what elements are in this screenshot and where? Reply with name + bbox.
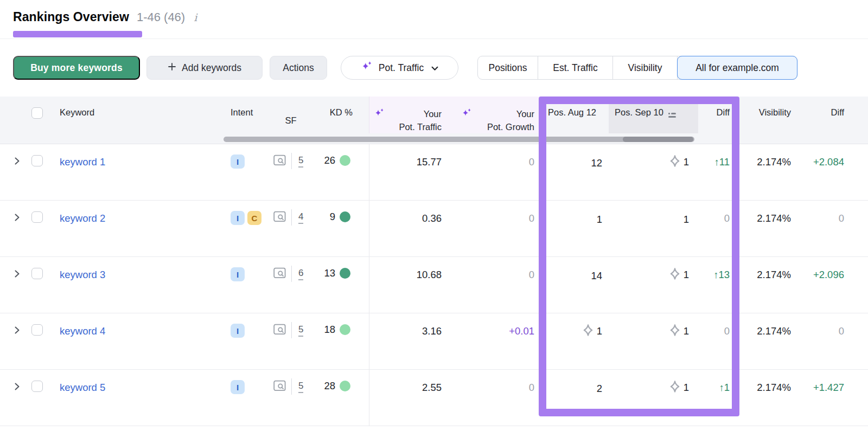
row-checkbox[interactable] — [31, 211, 43, 223]
serp-features-icon[interactable] — [273, 324, 286, 337]
pos-aug-12-value: 1 — [581, 324, 602, 338]
kd-value: 18 — [324, 324, 335, 336]
chevron-right-icon[interactable] — [15, 326, 20, 336]
pos-aug-12-value: 12 — [591, 156, 602, 170]
column-header-kd[interactable]: KD % — [319, 97, 369, 133]
visibility-cell: 2.174% — [738, 370, 797, 426]
row-checkbox[interactable] — [31, 268, 43, 279]
pot-growth: 0 — [529, 269, 534, 281]
add-keywords-button[interactable]: Add keywords — [146, 56, 263, 80]
chevron-right-icon[interactable] — [15, 214, 20, 223]
expander-cell — [0, 257, 30, 313]
segment-positions[interactable]: Positions — [478, 56, 538, 79]
serp-features-icon[interactable] — [273, 267, 286, 281]
pot-traffic-cell: 0.36 — [369, 201, 450, 256]
serp-features-count[interactable]: 5 — [298, 324, 303, 337]
segment-est-traffic[interactable]: Est. Traffic — [538, 56, 613, 79]
pot-traffic-cell: 15.77 — [369, 144, 450, 200]
table-body: keyword 1I52615.770121↑112.174%+2.084key… — [0, 144, 868, 426]
intent-badge-informational: I — [231, 324, 245, 338]
intent-badge-informational: I — [231, 211, 245, 225]
pos-aug-12: 14 — [591, 270, 602, 282]
table-row: keyword 5I5282.55021↑12.174%+1.427 — [0, 370, 868, 426]
segment-visibility[interactable]: Visibility — [613, 56, 678, 79]
column-header-pot-traffic[interactable]: YourPot. Traffic — [369, 97, 450, 133]
pos-sep-10-value: 1 — [684, 213, 689, 227]
table-header: Keyword Intent SF KD % YourPot. Traffic … — [0, 97, 868, 144]
pot-traffic: 2.55 — [422, 382, 442, 394]
divider — [291, 266, 292, 282]
metric-dropdown-label: Pot. Traffic — [379, 62, 424, 74]
pos-sep-10-cell: 1 — [609, 313, 698, 369]
serp-features-count[interactable]: 5 — [298, 381, 303, 393]
ai-overview-star-icon — [668, 323, 682, 339]
column-header-sf[interactable]: SF — [270, 97, 319, 133]
kd-difficulty-dot — [340, 381, 350, 391]
checkbox-cell — [30, 257, 53, 313]
serp-features-icon[interactable] — [273, 211, 286, 224]
intent-badge-informational: I — [231, 380, 245, 394]
horizontal-scrollbar-thumb[interactable] — [623, 137, 693, 142]
actions-button[interactable]: Actions — [270, 56, 327, 80]
pot-growth: 0 — [529, 156, 534, 168]
keyword-cell: keyword 1 — [53, 144, 228, 200]
position-diff: ↑11 — [714, 156, 730, 168]
segment-all-for-domain[interactable]: All for example.com — [677, 56, 797, 80]
divider — [291, 322, 292, 338]
expander-cell — [0, 313, 30, 369]
kd-value: 9 — [330, 211, 335, 223]
row-checkbox[interactable] — [31, 324, 43, 336]
serp-features-count[interactable]: 4 — [298, 211, 303, 224]
pos-aug-12: 1 — [597, 214, 602, 226]
keyword-link[interactable]: keyword 4 — [60, 325, 105, 337]
column-header-pot-growth[interactable]: YourPot. Growth — [450, 97, 542, 133]
annotation-underline — [13, 31, 142, 37]
pos-sep-10: 1 — [684, 382, 689, 394]
visibility: 2.174% — [757, 325, 791, 337]
pos-sep-10-value: 1 — [668, 268, 689, 282]
keyword-link[interactable]: keyword 3 — [60, 269, 105, 281]
column-header-pos-aug-12[interactable]: Pos. Aug 12 — [542, 97, 609, 133]
visibility-diff: 0 — [839, 325, 844, 337]
serp-features-icon[interactable] — [273, 155, 286, 168]
ai-sparkle-icon — [374, 107, 385, 121]
column-header-keyword[interactable]: Keyword — [53, 97, 228, 133]
column-header-visibility-diff[interactable]: Diff — [797, 97, 868, 133]
buy-more-keywords-button[interactable]: Buy more keywords — [13, 56, 140, 80]
visibility-diff: +2.084 — [813, 156, 844, 168]
visibility-diff-cell: 0 — [797, 201, 868, 256]
info-icon[interactable]: i — [193, 11, 197, 23]
serp-features-count[interactable]: 6 — [298, 268, 303, 280]
pos-aug-12: 12 — [591, 157, 602, 169]
chevron-right-icon[interactable] — [15, 383, 20, 393]
position-diff: 0 — [724, 325, 730, 337]
row-checkbox[interactable] — [31, 381, 43, 392]
visibility: 2.174% — [757, 213, 791, 224]
row-checkbox[interactable] — [31, 155, 43, 166]
visibility: 2.174% — [757, 382, 791, 394]
select-all-checkbox[interactable] — [31, 107, 43, 119]
serp-features-group: 5 — [273, 154, 303, 168]
chevron-right-icon[interactable] — [15, 157, 20, 167]
visibility-diff: 0 — [839, 213, 844, 224]
divider — [291, 153, 292, 169]
pot-growth-cell: 0 — [450, 144, 542, 200]
pos-sep-10-cell: 1 — [609, 257, 698, 313]
column-header-pos-sep-10[interactable]: Pos. Sep 10 — [609, 97, 698, 133]
keyword-link[interactable]: keyword 2 — [60, 213, 105, 224]
kd-group: 26 — [324, 155, 350, 166]
keyword-link[interactable]: keyword 1 — [60, 156, 105, 168]
serp-features-icon[interactable] — [273, 380, 286, 394]
column-header-intent[interactable]: Intent — [228, 97, 270, 133]
column-header-visibility[interactable]: Visibility — [738, 97, 797, 133]
keyword-link[interactable]: keyword 5 — [60, 382, 105, 394]
chevron-right-icon[interactable] — [15, 270, 20, 280]
metric-dropdown[interactable]: Pot. Traffic — [341, 56, 458, 80]
view-segmented-control: Positions Est. Traffic Visibility All fo… — [477, 56, 797, 80]
kd-group: 13 — [324, 267, 350, 279]
pot-traffic: 15.77 — [417, 156, 442, 168]
keyword-cell: keyword 5 — [53, 370, 228, 426]
horizontal-scrollbar[interactable] — [224, 137, 694, 142]
serp-features-count[interactable]: 5 — [298, 155, 303, 168]
column-header-position-diff[interactable]: Diff — [698, 97, 738, 133]
